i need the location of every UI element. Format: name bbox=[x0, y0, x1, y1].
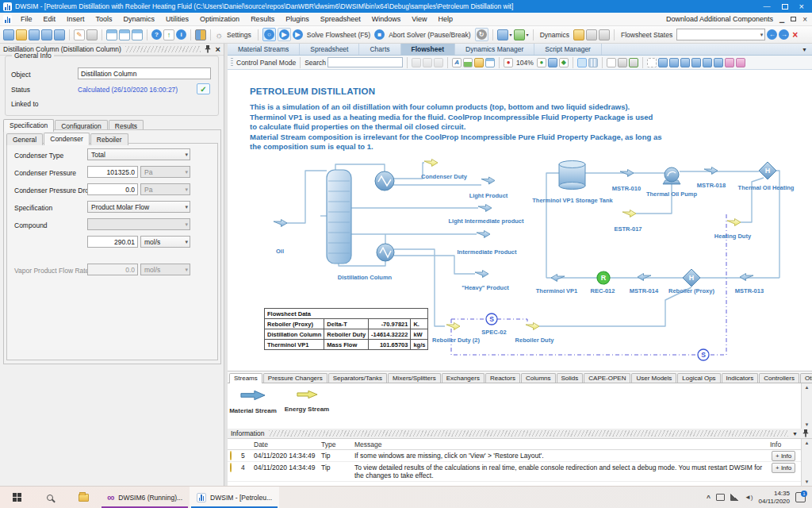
dynamics-matrix-icon[interactable] bbox=[599, 29, 610, 40]
tab-specification[interactable]: Specification bbox=[3, 119, 54, 132]
save-icon[interactable] bbox=[29, 29, 40, 40]
taskbar-dwsim-button[interactable]: DWSIM - [Petroleu... bbox=[190, 487, 279, 508]
new-file-icon[interactable] bbox=[3, 29, 14, 40]
stream-mstr018-icon[interactable] bbox=[704, 167, 718, 175]
solve-flowsheet-icon[interactable]: ▶ bbox=[293, 29, 303, 40]
pin-icon[interactable] bbox=[205, 45, 211, 53]
annotation-icon[interactable] bbox=[474, 58, 484, 67]
zoom-extents-icon[interactable] bbox=[548, 58, 557, 67]
stream-mstr013-icon[interactable] bbox=[740, 274, 753, 281]
node-condenser[interactable] bbox=[375, 171, 394, 190]
node-spec02[interactable]: S bbox=[486, 314, 497, 325]
taskbar-visualstudio-button[interactable]: ∞ DWSIM6 (Running)... bbox=[100, 487, 190, 508]
align-center-icon[interactable] bbox=[669, 58, 679, 67]
update-icon[interactable]: ↑ bbox=[163, 29, 174, 40]
download-components-link[interactable]: Download Additional Components bbox=[666, 15, 773, 23]
distribute-horizontal-icon[interactable] bbox=[725, 58, 734, 67]
mdi-minimize-button[interactable]: ▁ bbox=[779, 16, 784, 23]
information-row[interactable]: 5 04/11/2020 14:34:49 Tip If some window… bbox=[228, 450, 801, 462]
stream-reboiler-duty2-icon[interactable] bbox=[446, 323, 460, 330]
palette-tab-pressure-changers[interactable]: Pressure Changers bbox=[263, 373, 327, 383]
tile-horizontal-icon[interactable] bbox=[132, 29, 143, 40]
menu-insert[interactable]: Insert bbox=[61, 13, 90, 25]
subtab-general[interactable]: General bbox=[6, 133, 43, 145]
zoom-level[interactable]: 104% bbox=[515, 59, 535, 67]
align-top-icon[interactable] bbox=[691, 58, 701, 67]
tab-dynamics-manager[interactable]: Dynamics Manager bbox=[455, 44, 534, 55]
flow-value-input[interactable] bbox=[87, 236, 138, 248]
stream-mstr014-icon[interactable] bbox=[638, 274, 651, 281]
palette-item-material-stream[interactable]: Material Stream bbox=[228, 388, 278, 414]
flowsheet-states-combo[interactable]: ▾ bbox=[676, 29, 765, 40]
subtab-reboiler[interactable]: Reboiler bbox=[90, 133, 128, 145]
dynamics-snapshot-icon[interactable] bbox=[586, 29, 597, 40]
condenser-type-combo[interactable]: Total▾ bbox=[87, 148, 190, 160]
display-tray-icon[interactable] bbox=[716, 494, 725, 501]
tools-icon[interactable] bbox=[86, 29, 98, 40]
align-right-icon[interactable] bbox=[680, 58, 690, 67]
dynamics-wand-icon[interactable] bbox=[573, 29, 584, 40]
palette-tab-exchangers[interactable]: Exchangers bbox=[442, 373, 485, 383]
stream-estr017-icon[interactable] bbox=[622, 210, 636, 217]
volume-tray-icon[interactable]: ◄) bbox=[745, 494, 753, 501]
info-button[interactable]: + Info bbox=[772, 451, 795, 461]
tab-spreadsheet[interactable]: Spreadsheet bbox=[300, 44, 359, 55]
flow-unit-combo[interactable]: mol/s▾ bbox=[140, 236, 190, 248]
menu-results[interactable]: Results bbox=[245, 13, 280, 25]
node-reboiler-proxy[interactable]: H bbox=[683, 269, 700, 287]
maximize-button[interactable] bbox=[782, 4, 788, 10]
tab-material-streams[interactable]: Material Streams bbox=[228, 44, 300, 55]
select-all-icon[interactable] bbox=[647, 58, 657, 67]
save-all-icon[interactable] bbox=[54, 29, 65, 40]
print-preview-icon[interactable] bbox=[629, 58, 638, 67]
palette-tab-solids[interactable]: Solids bbox=[557, 373, 584, 383]
units-icon[interactable] bbox=[195, 29, 206, 40]
zoom-in-icon[interactable]: ● bbox=[537, 58, 546, 67]
info-button[interactable]: + Info bbox=[772, 463, 795, 473]
stream-intermediate-icon[interactable] bbox=[477, 231, 490, 238]
palette-tab-reactors[interactable]: Reactors bbox=[485, 373, 520, 383]
menu-plugins[interactable]: Plugins bbox=[280, 13, 315, 25]
specification-combo[interactable]: Product Molar Flow▾ bbox=[87, 201, 190, 213]
chart-icon[interactable] bbox=[463, 58, 473, 67]
menu-file[interactable]: File bbox=[15, 13, 38, 25]
condenser-pressure-input[interactable] bbox=[87, 166, 138, 178]
menu-utilities[interactable]: Utilities bbox=[160, 13, 194, 25]
reset-solver-button[interactable]: ↻ bbox=[475, 28, 488, 41]
solve-flowsheet-button[interactable]: Solve Flowsheet (F5) bbox=[304, 31, 373, 39]
stream-light-product-icon[interactable] bbox=[481, 177, 495, 184]
taskbar-search-icon[interactable] bbox=[33, 487, 67, 508]
font-icon[interactable]: A bbox=[452, 58, 462, 67]
palette-tab-columns[interactable]: Columns bbox=[521, 373, 556, 383]
taskbar-clock[interactable]: 14:35 04/11/2020 bbox=[759, 490, 790, 505]
palette-tab-streams[interactable]: Streams bbox=[229, 373, 262, 383]
print-icon[interactable] bbox=[618, 58, 627, 67]
align-left-icon[interactable] bbox=[658, 58, 668, 67]
menu-tools[interactable]: Tools bbox=[90, 13, 118, 25]
tab-charts[interactable]: Charts bbox=[359, 44, 400, 55]
information-scrollbar[interactable]: ▲▼ bbox=[801, 439, 812, 486]
menu-view[interactable]: View bbox=[406, 13, 432, 25]
menu-dynamics[interactable]: Dynamics bbox=[118, 13, 161, 25]
abort-solver-button[interactable]: Abort Solver (Pause/Break) bbox=[386, 31, 473, 39]
export-tool-icon[interactable] bbox=[514, 29, 525, 40]
align-bottom-icon[interactable] bbox=[714, 58, 723, 67]
tab-overflow-icon[interactable]: ▼ bbox=[802, 44, 812, 55]
palette-tab-separators[interactable]: Separators/Tanks bbox=[328, 373, 387, 383]
action-center-icon[interactable]: 1 bbox=[795, 492, 806, 502]
align-middle-icon[interactable] bbox=[703, 58, 712, 67]
node-reboiler[interactable] bbox=[377, 244, 394, 261]
minimize-button[interactable]: — bbox=[764, 3, 771, 10]
state-back-icon[interactable]: ← bbox=[767, 29, 777, 40]
palette-tab-capeopen[interactable]: CAPE-OPEN bbox=[584, 373, 630, 383]
network-tray-icon[interactable] bbox=[730, 494, 739, 501]
tab-script-manager[interactable]: Script Manager bbox=[534, 44, 602, 55]
menu-edit[interactable]: Edit bbox=[38, 13, 62, 25]
node-spec-secondary[interactable]: S bbox=[698, 349, 709, 360]
open-file-icon[interactable] bbox=[16, 29, 27, 40]
abort-solver-icon[interactable]: ■ bbox=[374, 29, 385, 40]
control-panel-mode-button[interactable]: Control Panel Mode bbox=[236, 59, 296, 67]
palette-tab-indicators[interactable]: Indicators bbox=[722, 373, 759, 383]
palette-item-energy-stream[interactable]: Energy Stream bbox=[282, 388, 332, 413]
grid-toggle-icon[interactable] bbox=[577, 58, 587, 67]
